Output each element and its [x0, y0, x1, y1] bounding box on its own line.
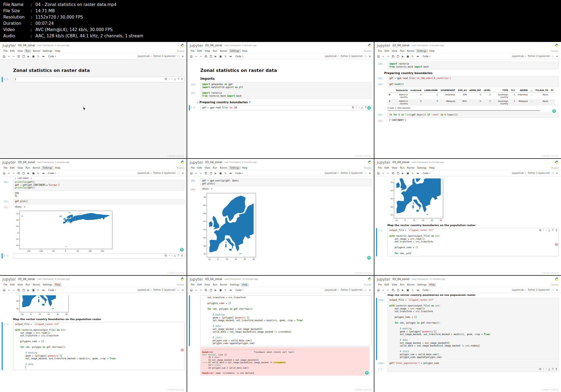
interrupt-kernel-icon[interactable]: ■ — [406, 55, 409, 58]
save-icon[interactable] — [377, 55, 380, 58]
copy-cell-icon[interactable] — [204, 289, 207, 291]
menu-icon[interactable]: ≡ — [368, 289, 371, 291]
jupyter-logo[interactable]: jupyter — [190, 160, 203, 165]
menu-kernel[interactable]: Kernel — [32, 166, 41, 169]
menu-edit[interactable]: Edit — [383, 166, 390, 169]
restart-kernel-icon[interactable]: ↻ — [224, 55, 227, 58]
cell-type-dropdown[interactable]: Code▾ — [48, 172, 56, 175]
copy-cell-icon[interactable] — [204, 172, 207, 175]
menu-icon[interactable]: ≡ — [181, 55, 184, 58]
menu-run[interactable]: Run — [399, 283, 405, 286]
copy-cell-icon[interactable] — [204, 55, 207, 58]
menu-file[interactable]: File — [2, 166, 8, 169]
collapse-caret-icon[interactable]: ▾ — [197, 101, 198, 104]
interrupt-kernel-icon[interactable]: ■ — [219, 55, 222, 58]
duplicate-cell-icon[interactable] — [165, 254, 167, 257]
menu-file[interactable]: File — [377, 49, 383, 53]
restart-run-all-icon[interactable]: ▶▶ — [416, 172, 420, 174]
kernel-name[interactable]: Python 3 (ipykernel) — [528, 55, 550, 57]
notebook-name[interactable]: 03_04_zonal — [18, 44, 35, 47]
add-cell-icon[interactable]: + — [7, 55, 10, 58]
move-cell-down-icon[interactable]: ↓ — [358, 106, 360, 109]
notebook-name[interactable]: 03_04_zonal — [205, 161, 222, 164]
move-cell-down-icon[interactable]: ↓ — [545, 368, 547, 371]
interrupt-kernel-icon[interactable]: ■ — [406, 172, 409, 175]
copy-cell-icon[interactable] — [392, 55, 395, 58]
cell-collapser[interactable] — [376, 76, 377, 81]
code-input[interactable]: output_file = 'clipped_raster.tif' with … — [387, 228, 559, 256]
restart-kernel-icon[interactable]: ↻ — [224, 172, 227, 175]
cut-cell-icon[interactable]: ✂ — [387, 289, 390, 291]
cell-type-dropdown[interactable]: Code▾ — [48, 55, 56, 58]
cell-type-dropdown[interactable]: Code▾ — [48, 289, 56, 291]
code-input[interactable]: gdf = gpd.read_file('ne_10m_admin_0_coun… — [387, 76, 559, 81]
paste-cell-icon[interactable] — [22, 55, 25, 58]
menu-settings[interactable]: Settings — [416, 283, 428, 286]
menu-help[interactable]: Help — [428, 49, 436, 53]
cell-collapser[interactable] — [376, 82, 377, 87]
menu-icon[interactable]: ≡ — [181, 172, 184, 175]
cell-collapser[interactable] — [2, 192, 3, 198]
insert-cell-above-icon[interactable] — [174, 78, 176, 80]
menu-help[interactable]: Help — [241, 49, 248, 53]
cell-collapser[interactable] — [2, 205, 3, 209]
open-in-jupyterlab-link[interactable]: JupyterLab↗ — [325, 55, 339, 57]
code-input[interactable]: [k for k in list(gdf.keys()) if 'cont' i… — [387, 113, 559, 118]
menu-settings[interactable]: Settings — [229, 283, 241, 286]
run-cell-icon[interactable]: ▶ — [214, 172, 217, 175]
add-cell-icon[interactable]: + — [382, 55, 385, 58]
notebook-name[interactable]: 03_04_zonal — [18, 278, 35, 281]
open-in-jupyterlab-link[interactable]: JupyterLab↗ — [138, 55, 151, 57]
run-cell-icon[interactable]: ▶ — [214, 289, 217, 291]
add-cell-icon[interactable]: + — [7, 172, 10, 175]
duplicate-cell-icon[interactable] — [539, 368, 541, 370]
paste-cell-icon[interactable] — [396, 172, 399, 175]
cut-cell-icon[interactable]: ✂ — [12, 55, 15, 58]
code-input[interactable]: output_file = 'clipped_raster.tif' with … — [387, 298, 559, 360]
menu-help[interactable]: Help — [428, 166, 436, 169]
kernel-name[interactable]: Python 3 (ipykernel) — [153, 289, 175, 291]
interrupt-kernel-icon[interactable]: ■ — [406, 289, 409, 291]
open-in-jupyterlab-link[interactable]: JupyterLab↗ — [512, 172, 526, 174]
cell-collapser[interactable] — [376, 113, 377, 118]
save-icon[interactable] — [190, 55, 193, 58]
menu-help[interactable]: Help — [428, 283, 436, 286]
restart-kernel-icon[interactable]: ↻ — [37, 289, 40, 291]
menu-icon[interactable]: ≡ — [181, 289, 184, 291]
menu-run[interactable]: Run — [25, 166, 31, 169]
cell-collapser[interactable] — [376, 62, 377, 69]
paste-cell-icon[interactable] — [209, 172, 212, 175]
cell-collapser[interactable] — [189, 178, 190, 186]
code-input[interactable]: import geopandas as gpd import matplotli… — [200, 82, 372, 90]
menu-run[interactable]: Run — [399, 49, 405, 53]
grammarly-icon[interactable]: G — [552, 109, 556, 113]
restart-kernel-icon[interactable]: ↻ — [411, 55, 414, 58]
restart-run-all-icon[interactable]: ▶▶ — [42, 172, 45, 174]
delete-cell-icon[interactable] — [555, 229, 557, 231]
move-cell-up-icon[interactable]: ↑ — [168, 78, 170, 81]
cell-collapser[interactable] — [2, 199, 3, 204]
menu-view[interactable]: View — [204, 166, 211, 169]
notebook-name[interactable]: 03_04_zonal — [392, 44, 409, 47]
save-icon[interactable] — [2, 289, 5, 291]
kernel-name[interactable]: Python 3 (ipykernel) — [341, 289, 363, 291]
run-cell-icon[interactable]: ▶ — [401, 55, 404, 58]
notebook-name[interactable]: 03_04_zonal — [205, 278, 222, 281]
cell-type-dropdown[interactable]: Code▾ — [423, 172, 430, 175]
run-cell-icon[interactable]: ▶ — [401, 289, 404, 291]
menu-icon[interactable]: ≡ — [556, 55, 559, 58]
menu-settings[interactable]: Settings — [42, 49, 53, 53]
code-input[interactable]: gdf.plot() — [13, 199, 184, 204]
restart-run-all-icon[interactable]: ▶▶ — [229, 55, 232, 57]
code-input[interactable]: gdf['total_population'] = polygon_sums — [387, 361, 559, 366]
menu-kernel[interactable]: Kernel — [32, 49, 41, 53]
kernel-name[interactable]: Python 3 (ipykernel) — [528, 289, 550, 291]
restart-kernel-icon[interactable]: ↻ — [411, 172, 414, 175]
menu-file[interactable]: File — [190, 283, 196, 286]
menu-view[interactable]: View — [204, 283, 211, 286]
delete-cell-icon[interactable] — [181, 254, 183, 257]
menu-edit[interactable]: Edit — [196, 49, 203, 53]
menu-help[interactable]: Help — [54, 166, 61, 169]
menu-run[interactable]: Run — [25, 49, 31, 53]
move-cell-up-icon[interactable]: ↑ — [168, 254, 170, 257]
